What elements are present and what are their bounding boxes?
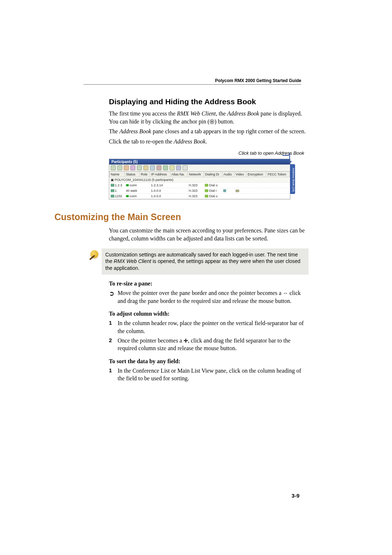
table-row[interactable]: 1 40 waiti 1.0.0.0 H.323 Dial i bbox=[110, 188, 290, 194]
toolbar-icon[interactable] bbox=[156, 165, 162, 170]
col-name[interactable]: Name bbox=[110, 172, 125, 177]
callout-open-address-book: Click tab to open Address Book bbox=[83, 150, 304, 156]
c: waiti bbox=[130, 189, 137, 193]
t: Address Book bbox=[119, 128, 151, 134]
t: , the bbox=[216, 110, 227, 117]
col-video[interactable]: Video bbox=[234, 172, 246, 177]
bullet-icon: ➲ bbox=[109, 289, 118, 305]
address-book-tab[interactable]: Address Book (16) bbox=[290, 164, 295, 194]
pane-title: Participants (5) bbox=[109, 159, 290, 165]
c: H.323 bbox=[188, 183, 204, 188]
participant-icon bbox=[111, 184, 114, 187]
t: In the column header row, place the poin… bbox=[118, 319, 309, 335]
c: Dial o bbox=[209, 183, 217, 187]
t: pane closes and a tab appears in the top… bbox=[151, 128, 306, 134]
col-dialing[interactable]: Dialing Di bbox=[204, 172, 222, 177]
group-label: POLYCOM_1040411116 (5 participants) bbox=[115, 178, 173, 182]
t: Address Book bbox=[174, 138, 206, 145]
step-number: 1 bbox=[109, 367, 118, 382]
step-number: 2 bbox=[109, 337, 118, 352]
col-ip[interactable]: IP Address bbox=[150, 172, 170, 177]
audio-icon bbox=[223, 189, 226, 192]
toolbar-icon[interactable] bbox=[170, 165, 175, 170]
label-adjust-column: To adjust column width: bbox=[109, 311, 309, 317]
c bbox=[140, 183, 150, 188]
status-icon bbox=[126, 195, 129, 197]
resize-cursor-icon: ↔ bbox=[283, 290, 288, 297]
label-sort-data: To sort the data by any field: bbox=[109, 358, 309, 365]
c: 1 bbox=[115, 189, 117, 193]
c: conn bbox=[130, 183, 137, 187]
t: RMX Web Client bbox=[114, 258, 151, 264]
dial-icon bbox=[205, 195, 208, 198]
toolbar-icon[interactable] bbox=[183, 165, 188, 170]
step-col-1: 1 In the column header row, place the po… bbox=[109, 319, 309, 335]
toolbar-icon[interactable] bbox=[117, 165, 122, 170]
toolbar-icon[interactable] bbox=[111, 165, 116, 170]
heading-customizing: Customizing the Main Screen bbox=[54, 212, 309, 222]
col-audio[interactable]: Audio bbox=[222, 172, 234, 177]
col-alias[interactable]: Alias Na. bbox=[170, 172, 188, 177]
heading-address-book: Displaying and Hiding the Address Book bbox=[109, 97, 309, 106]
table-row[interactable]: 1232 conn 1.0.0.0 H.323 Dial o bbox=[110, 194, 290, 199]
t: RMX Web Client bbox=[177, 110, 216, 117]
anchor-pin-icon bbox=[209, 119, 215, 124]
t: . bbox=[205, 138, 207, 145]
step-sort-1: 1 In the Conference List or Main List Vi… bbox=[109, 367, 309, 382]
note-block: Customization settings are automatically… bbox=[109, 248, 309, 275]
running-header: Polycom RMX 2000 Getting Started Guide bbox=[215, 78, 301, 83]
dial-icon bbox=[205, 184, 208, 187]
toolbar-icon[interactable] bbox=[176, 165, 181, 170]
c: 1.2.3.14 bbox=[150, 183, 170, 188]
bullet-resize: ➲ Move the pointer over the pane border … bbox=[109, 289, 309, 305]
table-header-row[interactable]: Name Status Role IP Address Alias Na. Ne… bbox=[110, 172, 290, 177]
t: Conference List bbox=[132, 368, 170, 374]
col-encryption[interactable]: Encryption bbox=[246, 172, 266, 177]
c: 1232 bbox=[115, 194, 122, 198]
col-network[interactable]: Network bbox=[188, 172, 204, 177]
dial-icon bbox=[205, 189, 208, 192]
c: Dial o bbox=[209, 194, 217, 198]
para-addr-2: The Address Book pane closes and a tab a… bbox=[109, 127, 309, 135]
c: 40 bbox=[126, 189, 130, 193]
t: The bbox=[109, 128, 119, 134]
pane-toolbar bbox=[109, 165, 290, 171]
page-number: 3-9 bbox=[291, 493, 299, 499]
toolbar-icon[interactable] bbox=[124, 165, 129, 170]
status-icon bbox=[126, 184, 129, 186]
para-custom-1: You can customize the main screen accord… bbox=[109, 227, 309, 242]
t: ) button. bbox=[215, 118, 234, 125]
c: 1.2.3 bbox=[115, 183, 122, 187]
header-rule bbox=[83, 84, 301, 85]
group-row[interactable]: ▣ POLYCOM_1040411116 (5 participants) bbox=[110, 177, 290, 183]
c: Dial i bbox=[209, 189, 216, 193]
note-icon bbox=[87, 248, 102, 263]
toolbar-icon[interactable] bbox=[143, 165, 148, 170]
t: Move the pointer over the pane border an… bbox=[118, 290, 283, 296]
c: conn bbox=[130, 194, 137, 198]
toolbar-icon[interactable] bbox=[130, 165, 135, 170]
participants-table: Name Status Role IP Address Alias Na. Ne… bbox=[109, 171, 290, 199]
t: Address Book bbox=[227, 110, 259, 117]
col-fecc[interactable]: FECC Token bbox=[266, 172, 290, 177]
step-col-2: 2 Once the pointer becomes a ✛, click an… bbox=[109, 337, 309, 352]
t: Click the tab to re-open the bbox=[109, 138, 174, 145]
note-text: Customization settings are automatically… bbox=[102, 248, 309, 275]
col-status[interactable]: Status bbox=[125, 172, 140, 177]
move-cursor-icon: ✛ bbox=[184, 337, 188, 344]
toolbar-icon[interactable] bbox=[150, 165, 155, 170]
table-row[interactable]: 1.2.3 conn 1.2.3.14 H.323 Dial o bbox=[110, 183, 290, 188]
screenshot-participants-pane: Participants (5) Name Status Role IP Add… bbox=[109, 159, 290, 199]
step-number: 1 bbox=[109, 319, 118, 335]
participant-icon bbox=[111, 195, 114, 198]
para-addr-3: Click the tab to re-open the Address Boo… bbox=[109, 138, 309, 146]
col-role[interactable]: Role bbox=[140, 172, 150, 177]
para-addr-1: The first time you access the RMX Web Cl… bbox=[109, 110, 309, 125]
c: H.323 bbox=[188, 188, 204, 194]
toolbar-icon[interactable] bbox=[137, 165, 142, 170]
c: H.323 bbox=[188, 194, 204, 199]
toolbar-icon[interactable] bbox=[163, 165, 168, 170]
t: Main List View bbox=[177, 368, 214, 374]
t: or bbox=[170, 368, 177, 374]
c bbox=[170, 183, 188, 188]
